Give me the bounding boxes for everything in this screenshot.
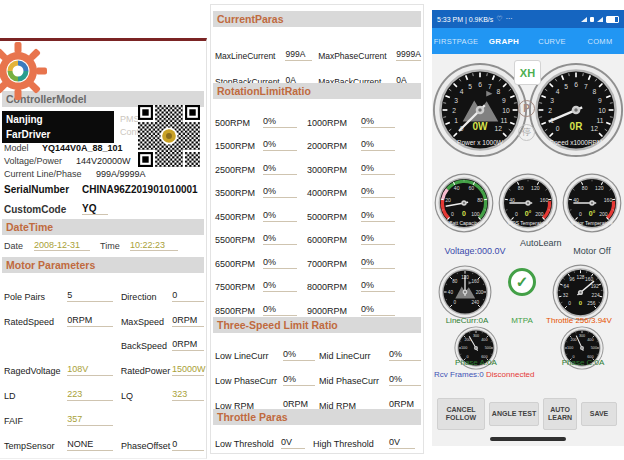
param-value-field[interactable]: 0% xyxy=(361,163,395,175)
param-label: RatedPower xyxy=(121,366,172,376)
param-value-field[interactable]: 0RPM xyxy=(172,315,204,327)
param-value-field[interactable]: 0% xyxy=(389,374,421,386)
save-button[interactable]: SAVE xyxy=(581,402,617,426)
tab-graph[interactable]: GRAPH xyxy=(480,28,528,54)
param-value-field[interactable]: 0% xyxy=(389,349,421,361)
param-value-field[interactable]: 0 xyxy=(172,290,204,302)
signal2-icon xyxy=(597,17,603,22)
app-window: ControllerModel Nanjing FarDriver PMSM C… xyxy=(0,0,624,460)
param-value-field[interactable]: 0% xyxy=(263,186,297,198)
cancel-follow-button[interactable]: CANCEL FOLLOW xyxy=(437,398,485,430)
battery-gauge-label: Batt Capacity xyxy=(434,220,494,226)
param-value-field[interactable]: 0% xyxy=(361,186,395,198)
param-label: 1000RPM xyxy=(307,118,361,128)
param-value-field[interactable]: 0% xyxy=(263,116,297,128)
voltage-power-value: 144V20000W xyxy=(76,156,131,166)
param-label: Low LineCurr xyxy=(215,351,283,361)
phone-status-bar: 5:33 PM | 0.9KB/s ♡ ⋯ xyxy=(432,10,624,28)
line-current-gauge-dial: 04080120160200240 xyxy=(438,265,492,319)
param-label: LQ xyxy=(121,391,172,401)
param-row: 3500RPM0%4000RPM0% xyxy=(215,175,421,199)
motor-temp-gauge-label: Motor Temperature xyxy=(562,220,622,226)
date-label: Date xyxy=(4,241,34,251)
param-value-field[interactable]: 0% xyxy=(263,163,297,175)
speed-gauge: 0123456789101112 0R Speed x1000RPM xyxy=(528,62,624,158)
tab-curve[interactable]: CURVE xyxy=(528,28,576,54)
param-value-field[interactable]: 0% xyxy=(361,304,395,316)
param-value-field[interactable]: 0RPM xyxy=(172,339,204,351)
section-header-datetime: DateTime xyxy=(2,219,204,235)
param-row: 2500RPM0%3000RPM0% xyxy=(215,151,421,175)
param-row: 5500RPM0%6000RPM0% xyxy=(215,222,421,246)
param-value-field[interactable]: 0% xyxy=(361,210,395,222)
autolearn-status: AutoLearn xyxy=(520,238,558,248)
mos-gauge-label: MOS Temperature xyxy=(498,220,558,226)
svg-text:160: 160 xyxy=(585,277,593,282)
param-value-field[interactable]: 108V xyxy=(67,364,112,376)
custom-code-field[interactable]: YQ xyxy=(82,203,108,215)
param-value-field[interactable]: 0% xyxy=(263,233,297,245)
param-label: 7500RPM xyxy=(215,282,263,292)
param-value-field[interactable]: 0 xyxy=(172,439,204,451)
param-row: TempSensorNONEPhaseOffset0 xyxy=(4,426,204,451)
param-value-field[interactable]: 9999A xyxy=(396,49,421,61)
date-field[interactable]: 2008-12-31 xyxy=(34,240,90,251)
param-value-field[interactable]: 0% xyxy=(361,233,395,245)
param-value-field[interactable]: 0% xyxy=(283,349,315,361)
param-row: 6500RPM0%7000RPM0% xyxy=(215,245,421,269)
param-value-field xyxy=(172,415,204,426)
param-label: Mid LineCurr xyxy=(319,351,389,361)
svg-text:6: 6 xyxy=(574,81,578,88)
param-value-field[interactable]: 0% xyxy=(361,139,395,151)
svg-text:500: 500 xyxy=(591,346,597,350)
line-current-gauge: 04080120160200240 xyxy=(438,265,492,319)
param-value-field[interactable]: 0% xyxy=(263,280,297,292)
qr-code xyxy=(138,105,200,167)
param-value-field[interactable]: 0% xyxy=(263,210,297,222)
throttle-gauge-value: 0 xyxy=(552,300,609,306)
time-field[interactable]: 10:22:23 xyxy=(130,240,178,251)
param-value-field[interactable]: 357 xyxy=(67,414,113,426)
param-value-field[interactable]: 0V xyxy=(281,437,305,449)
param-label: 3500RPM xyxy=(215,188,263,198)
section-header-three-speed: Three-Speed Limit Ratio xyxy=(213,317,421,333)
param-label: 6000RPM xyxy=(307,235,361,245)
signal-icon xyxy=(581,17,587,22)
param-value-field[interactable]: 0RPM xyxy=(67,315,113,327)
controller-info-panel: ControllerModel Nanjing FarDriver PMSM C… xyxy=(0,38,207,459)
fardriver-logo-icon xyxy=(0,41,48,101)
svg-text:3: 3 xyxy=(550,97,554,104)
param-value-field[interactable]: 5 xyxy=(67,290,113,302)
svg-text:120: 120 xyxy=(531,185,540,191)
param-value-field[interactable]: 999A xyxy=(285,49,312,61)
angle-test-button[interactable]: ANGLE TEST xyxy=(489,402,539,426)
param-value-field[interactable]: 323 xyxy=(172,389,204,401)
param-label: 3000RPM xyxy=(307,165,361,175)
svg-text:400: 400 xyxy=(481,338,487,342)
param-value-field[interactable]: 0% xyxy=(263,139,297,151)
svg-text:7: 7 xyxy=(488,83,492,90)
parking-icon: P xyxy=(518,100,535,117)
android-nav-pill[interactable] xyxy=(490,437,566,441)
param-label: RatedSpeed xyxy=(4,317,67,327)
param-value-field[interactable]: 15000W xyxy=(172,364,204,376)
param-value-field[interactable]: 0% xyxy=(283,374,315,386)
param-value-field[interactable]: 223 xyxy=(67,389,113,401)
param-value-field[interactable]: 0% xyxy=(263,257,297,269)
tab-comm[interactable]: COMM xyxy=(576,28,624,54)
auto-learn-button[interactable]: AUTO LEARN xyxy=(543,398,577,430)
param-value-field[interactable]: 0% xyxy=(361,116,395,128)
param-value-field[interactable]: 0% xyxy=(361,257,395,269)
svg-text:40: 40 xyxy=(509,197,515,203)
param-value-field[interactable]: 0% xyxy=(263,304,297,316)
tab-firstpage[interactable]: FIRSTPAGE xyxy=(432,28,480,54)
svg-text:40: 40 xyxy=(573,197,579,203)
more-dots-icon: ⋯ xyxy=(506,15,513,23)
param-value-field[interactable]: 0% xyxy=(361,280,395,292)
motor-off-status: Motor Off xyxy=(562,246,622,256)
param-value-field[interactable]: NONE xyxy=(67,439,113,451)
model-row: Model YQ144V0A_88_101 xyxy=(4,143,123,153)
param-value-field[interactable]: 0V xyxy=(389,437,415,449)
param-label: 8000RPM xyxy=(307,282,361,292)
svg-text:10: 10 xyxy=(502,107,510,114)
